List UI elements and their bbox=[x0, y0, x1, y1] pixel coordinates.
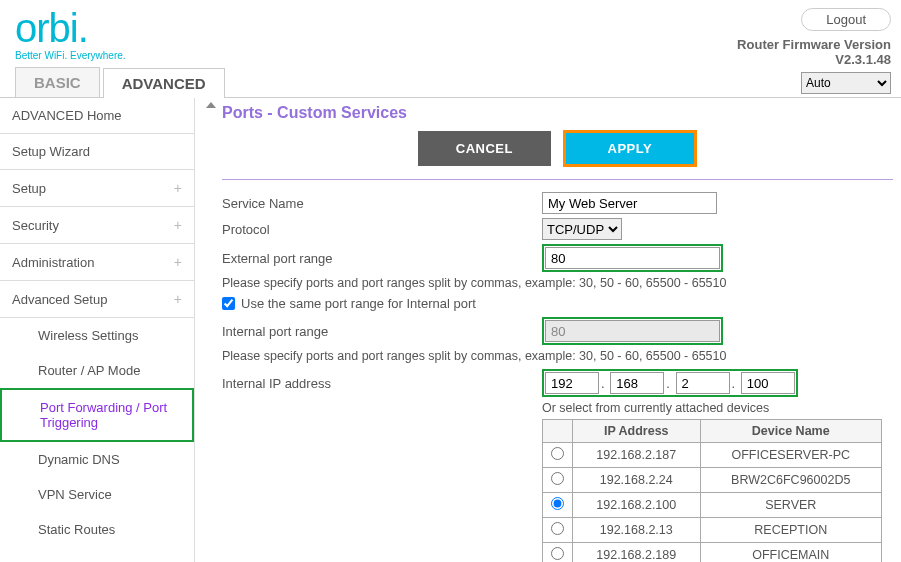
language-select[interactable]: Auto bbox=[801, 72, 891, 94]
subnav-item-router-ap-mode[interactable]: Router / AP Mode bbox=[0, 353, 194, 388]
external-port-label: External port range bbox=[222, 251, 542, 266]
apply-button[interactable]: APPLY bbox=[563, 130, 698, 167]
scroll-up-icon[interactable] bbox=[206, 102, 216, 108]
same-port-label: Use the same port range for Internal por… bbox=[241, 296, 476, 311]
device-ip: 192.168.2.187 bbox=[573, 443, 701, 468]
subnav: Wireless Settings Router / AP Mode Port … bbox=[0, 318, 194, 547]
table-row: 192.168.2.13RECEPTION bbox=[543, 518, 882, 543]
device-table: IP Address Device Name 192.168.2.187OFFI… bbox=[542, 419, 882, 562]
logo: orbi. bbox=[15, 8, 126, 48]
ip-octet-1[interactable] bbox=[545, 372, 599, 394]
device-ip: 192.168.2.100 bbox=[573, 493, 701, 518]
table-row: 192.168.2.187OFFICESERVER-PC bbox=[543, 443, 882, 468]
internal-port-label: Internal port range bbox=[222, 324, 542, 339]
protocol-select[interactable]: TCP/UDP bbox=[542, 218, 622, 240]
col-select bbox=[543, 420, 573, 443]
service-name-input[interactable] bbox=[542, 192, 717, 214]
ip-octet-3[interactable] bbox=[676, 372, 730, 394]
device-radio[interactable] bbox=[551, 447, 564, 460]
device-ip: 192.168.2.13 bbox=[573, 518, 701, 543]
firmware-version: V2.3.1.48 bbox=[737, 52, 891, 67]
table-row: 192.168.2.189OFFICEMAIN bbox=[543, 543, 882, 563]
tab-basic[interactable]: BASIC bbox=[15, 67, 100, 97]
header: orbi. Better WiFi. Everywhere. Logout Ro… bbox=[0, 0, 901, 67]
device-hint: Or select from currently attached device… bbox=[542, 401, 893, 415]
table-row: 192.168.2.24BRW2C6FC96002D5 bbox=[543, 468, 882, 493]
device-name: SERVER bbox=[700, 493, 881, 518]
plus-icon: + bbox=[174, 217, 182, 233]
sidebar-item-advanced-home[interactable]: ADVANCED Home bbox=[0, 98, 194, 134]
subnav-item-vpn-service[interactable]: VPN Service bbox=[0, 477, 194, 512]
sidebar: ADVANCED Home Setup Wizard Setup+ Securi… bbox=[0, 98, 195, 562]
sidebar-item-security[interactable]: Security+ bbox=[0, 207, 194, 244]
header-right: Logout Router Firmware Version V2.3.1.48 bbox=[737, 8, 891, 67]
device-radio[interactable] bbox=[551, 497, 564, 510]
subnav-item-dynamic-dns[interactable]: Dynamic DNS bbox=[0, 442, 194, 477]
subnav-item-port-forwarding[interactable]: Port Forwarding / Port Triggering bbox=[0, 388, 194, 442]
sidebar-item-setup[interactable]: Setup+ bbox=[0, 170, 194, 207]
device-name: OFFICESERVER-PC bbox=[700, 443, 881, 468]
plus-icon: + bbox=[174, 291, 182, 307]
internal-ip-label: Internal IP address bbox=[222, 376, 542, 391]
firmware-label: Router Firmware Version bbox=[737, 37, 891, 52]
logout-button[interactable]: Logout bbox=[801, 8, 891, 31]
page-title: Ports - Custom Services bbox=[222, 104, 893, 122]
button-row: CANCEL APPLY bbox=[222, 130, 893, 167]
col-ip: IP Address bbox=[573, 420, 701, 443]
device-radio[interactable] bbox=[551, 547, 564, 560]
sidebar-item-advanced-setup[interactable]: Advanced Setup+ bbox=[0, 281, 194, 318]
table-row: 192.168.2.100SERVER bbox=[543, 493, 882, 518]
subnav-item-static-routes[interactable]: Static Routes bbox=[0, 512, 194, 547]
device-name: RECEPTION bbox=[700, 518, 881, 543]
ip-octet-4[interactable] bbox=[741, 372, 795, 394]
divider bbox=[222, 179, 893, 180]
tab-advanced[interactable]: ADVANCED bbox=[103, 68, 225, 98]
device-ip: 192.168.2.189 bbox=[573, 543, 701, 563]
tagline: Better WiFi. Everywhere. bbox=[15, 50, 126, 61]
internal-ip-group: . . . bbox=[542, 369, 798, 397]
scrollbar[interactable] bbox=[203, 98, 218, 562]
device-ip: 192.168.2.24 bbox=[573, 468, 701, 493]
ip-octet-2[interactable] bbox=[610, 372, 664, 394]
plus-icon: + bbox=[174, 254, 182, 270]
internal-port-input bbox=[545, 320, 720, 342]
sidebar-item-administration[interactable]: Administration+ bbox=[0, 244, 194, 281]
device-name: OFFICEMAIN bbox=[700, 543, 881, 563]
port-hint-1: Please specify ports and port ranges spl… bbox=[222, 276, 893, 290]
main: Ports - Custom Services CANCEL APPLY Ser… bbox=[195, 98, 901, 562]
device-radio[interactable] bbox=[551, 472, 564, 485]
col-device-name: Device Name bbox=[700, 420, 881, 443]
external-port-input[interactable] bbox=[545, 247, 720, 269]
tabs-row: BASIC ADVANCED Auto bbox=[0, 67, 901, 98]
device-radio[interactable] bbox=[551, 522, 564, 535]
protocol-label: Protocol bbox=[222, 222, 542, 237]
subnav-item-wireless-settings[interactable]: Wireless Settings bbox=[0, 318, 194, 353]
same-port-checkbox[interactable] bbox=[222, 297, 235, 310]
cancel-button[interactable]: CANCEL bbox=[418, 131, 551, 166]
device-name: BRW2C6FC96002D5 bbox=[700, 468, 881, 493]
logo-block: orbi. Better WiFi. Everywhere. bbox=[15, 8, 126, 61]
sidebar-item-setup-wizard[interactable]: Setup Wizard bbox=[0, 134, 194, 170]
port-hint-2: Please specify ports and port ranges spl… bbox=[222, 349, 893, 363]
plus-icon: + bbox=[174, 180, 182, 196]
service-name-label: Service Name bbox=[222, 196, 542, 211]
